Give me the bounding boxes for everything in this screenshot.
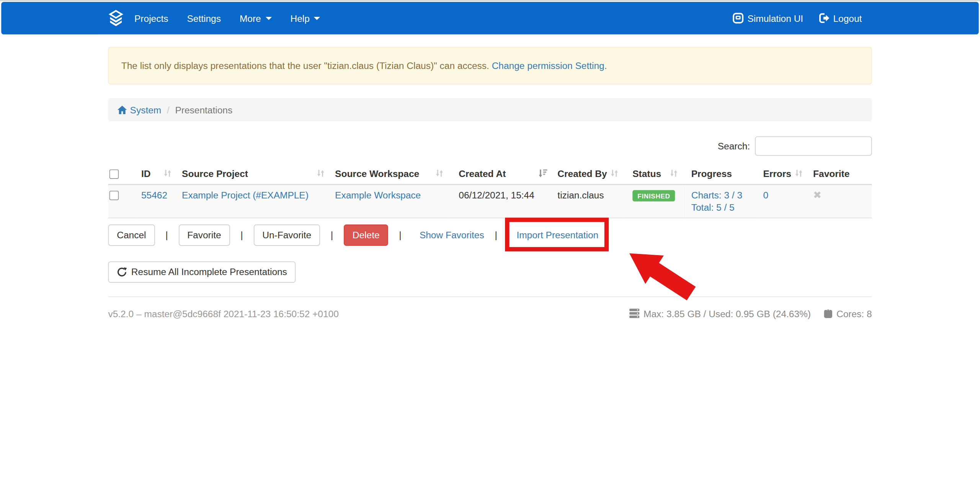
separator: |	[165, 229, 168, 240]
cancel-button[interactable]: Cancel	[108, 224, 155, 246]
unfavorite-button[interactable]: Un-Favorite	[253, 224, 320, 246]
nav-item-projects[interactable]: Projects	[125, 2, 178, 34]
header-errors[interactable]: Errors	[758, 162, 808, 184]
row-created-by: tizian.claus	[557, 189, 604, 200]
memory-icon	[629, 308, 640, 318]
layers-icon	[108, 10, 124, 26]
permission-alert: The list only displays presentations tha…	[108, 47, 872, 84]
import-presentation-link[interactable]: Import Presentation	[516, 229, 598, 240]
navbar-links: Projects Settings More Help	[125, 2, 330, 34]
separator: |	[399, 229, 401, 240]
header-select-all	[108, 162, 136, 184]
actions-row: Cancel | Favorite | Un-Favorite | Delete…	[108, 224, 872, 246]
footer-divider	[108, 296, 872, 297]
breadcrumb-system-link[interactable]: System	[118, 103, 161, 116]
footer: v5.2.0 – master@5dc9668f 2021-11-23 16:5…	[108, 308, 872, 319]
row-id-link[interactable]: 55462	[141, 189, 167, 200]
row-progress-total-link[interactable]: Total: 5 / 5	[691, 202, 735, 213]
cpu-icon	[824, 309, 833, 318]
sort-icon	[316, 169, 325, 178]
sort-desc-active-icon	[538, 169, 547, 178]
chevron-down-icon	[314, 16, 320, 20]
row-source-workspace-link[interactable]: Example Workspace	[335, 189, 421, 200]
delete-button[interactable]: Delete	[344, 224, 389, 246]
favorite-button[interactable]: Favorite	[178, 224, 230, 246]
cores-stats: Cores: 8	[824, 308, 872, 319]
search-input[interactable]	[755, 136, 872, 156]
change-permission-link[interactable]: Change permission Setting.	[492, 60, 607, 71]
chevron-down-icon	[265, 16, 271, 20]
alert-text: The list only displays presentations tha…	[121, 60, 492, 71]
row-checkbox[interactable]	[109, 191, 119, 200]
sort-icon	[435, 169, 444, 178]
separator: |	[240, 229, 243, 240]
resume-all-button[interactable]: Resume All Incomplete Presentations	[108, 261, 296, 283]
unfavorite-x-icon[interactable]: ✖	[813, 188, 822, 200]
refresh-icon	[117, 267, 127, 277]
breadcrumb-separator: /	[167, 103, 170, 116]
status-badge: FINISHED	[632, 190, 675, 201]
separator: |	[495, 229, 497, 240]
header-progress[interactable]: Progress	[683, 162, 758, 184]
table-header-row: ID Source Project Source Workspace Creat…	[108, 162, 872, 184]
brand-logo[interactable]	[108, 10, 124, 26]
search-label: Search:	[718, 141, 750, 151]
logout-icon	[818, 13, 829, 24]
header-source-project[interactable]: Source Project	[177, 162, 330, 184]
table-row: 55462 Example Project (#EXAMPLE) Example…	[108, 184, 872, 218]
breadcrumb: System / Presentations	[108, 98, 872, 121]
header-created-by[interactable]: Created By	[552, 162, 624, 184]
sort-icon	[794, 169, 803, 178]
nav-item-logout[interactable]: Logout	[811, 2, 862, 34]
sort-icon	[610, 169, 619, 178]
row-created-at: 06/12/2021, 15:44	[459, 189, 534, 200]
window-top-edge	[0, 0, 980, 1]
nav-item-help[interactable]: Help	[281, 2, 330, 34]
navbar: Projects Settings More Help Simulation U…	[1, 2, 978, 34]
header-favorite[interactable]: Favorite	[808, 162, 872, 184]
home-icon	[118, 105, 127, 114]
app-window-icon	[732, 13, 743, 24]
header-id[interactable]: ID	[136, 162, 177, 184]
show-favorites-link[interactable]: Show Favorites	[420, 229, 484, 240]
presentations-table: ID Source Project Source Workspace Creat…	[108, 162, 872, 218]
nav-item-settings[interactable]: Settings	[178, 2, 230, 34]
row-errors-link[interactable]: 0	[763, 189, 768, 200]
resume-row: Resume All Incomplete Presentations	[108, 261, 872, 283]
search-area: Search:	[108, 136, 872, 156]
separator: |	[331, 229, 333, 240]
sort-icon	[670, 169, 678, 178]
header-status[interactable]: Status	[624, 162, 683, 184]
nav-item-simulation-ui[interactable]: Simulation UI	[725, 2, 811, 34]
header-created-at[interactable]: Created At	[449, 162, 552, 184]
breadcrumb-current: Presentations	[175, 103, 232, 116]
nav-item-more[interactable]: More	[230, 2, 281, 34]
page: Projects Settings More Help Simulation U…	[0, 0, 980, 498]
sort-icon	[163, 169, 172, 178]
memory-stats: Max: 3.85 GB / Used: 0.95 GB (24.63%)	[629, 308, 811, 319]
select-all-checkbox[interactable]	[109, 169, 119, 179]
row-progress-charts-link[interactable]: Charts: 3 / 3	[691, 189, 742, 200]
row-source-project-link[interactable]: Example Project (#EXAMPLE)	[182, 189, 309, 200]
header-source-workspace[interactable]: Source Workspace	[330, 162, 449, 184]
navbar-right: Simulation UI Logout	[725, 2, 862, 34]
version-text: v5.2.0 – master@5dc9668f 2021-11-23 16:5…	[108, 308, 338, 319]
